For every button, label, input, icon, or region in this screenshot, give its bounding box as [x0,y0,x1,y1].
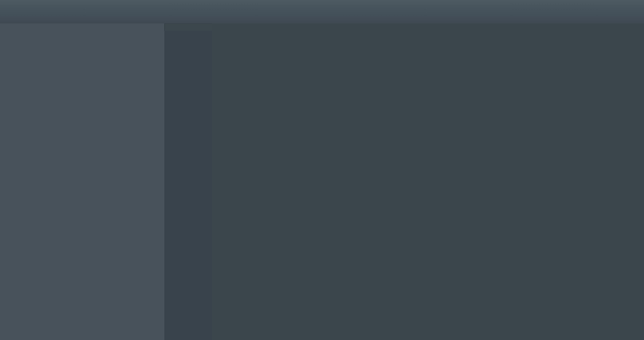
pattern-picker-panel [164,31,212,340]
fl-studio-window [0,0,644,340]
channel-rack-window [0,23,165,340]
main-toolbar [0,0,644,12]
playlist-window [212,23,644,340]
secondary-toolbar [0,12,644,24]
